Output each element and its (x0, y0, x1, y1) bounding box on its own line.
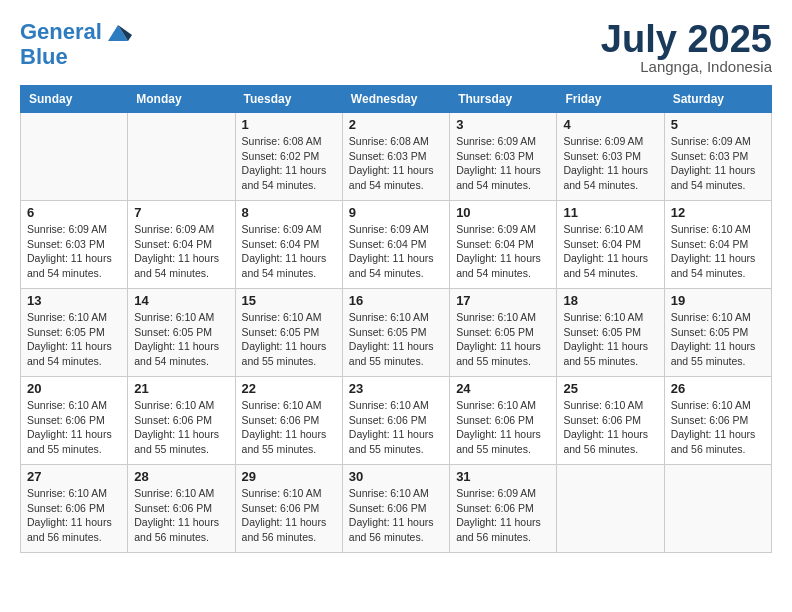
day-number: 16 (349, 293, 443, 308)
header-sunday: Sunday (21, 86, 128, 113)
header-thursday: Thursday (450, 86, 557, 113)
calendar-week-1: 1Sunrise: 6:08 AMSunset: 6:02 PMDaylight… (21, 113, 772, 201)
calendar-cell: 26Sunrise: 6:10 AMSunset: 6:06 PMDayligh… (664, 377, 771, 465)
day-number: 27 (27, 469, 121, 484)
day-detail: Sunrise: 6:10 AMSunset: 6:05 PMDaylight:… (27, 310, 121, 369)
day-detail: Sunrise: 6:10 AMSunset: 6:04 PMDaylight:… (671, 222, 765, 281)
calendar-week-4: 20Sunrise: 6:10 AMSunset: 6:06 PMDayligh… (21, 377, 772, 465)
calendar-cell: 11Sunrise: 6:10 AMSunset: 6:04 PMDayligh… (557, 201, 664, 289)
page-header: GeneralBlue July 2025 Langnga, Indonesia (20, 20, 772, 75)
day-detail: Sunrise: 6:10 AMSunset: 6:05 PMDaylight:… (671, 310, 765, 369)
calendar-cell: 4Sunrise: 6:09 AMSunset: 6:03 PMDaylight… (557, 113, 664, 201)
day-detail: Sunrise: 6:09 AMSunset: 6:03 PMDaylight:… (27, 222, 121, 281)
day-number: 29 (242, 469, 336, 484)
calendar-cell: 14Sunrise: 6:10 AMSunset: 6:05 PMDayligh… (128, 289, 235, 377)
calendar-cell: 25Sunrise: 6:10 AMSunset: 6:06 PMDayligh… (557, 377, 664, 465)
calendar-cell: 24Sunrise: 6:10 AMSunset: 6:06 PMDayligh… (450, 377, 557, 465)
logo: GeneralBlue (20, 20, 132, 69)
calendar-cell: 23Sunrise: 6:10 AMSunset: 6:06 PMDayligh… (342, 377, 449, 465)
calendar-cell: 8Sunrise: 6:09 AMSunset: 6:04 PMDaylight… (235, 201, 342, 289)
day-detail: Sunrise: 6:08 AMSunset: 6:03 PMDaylight:… (349, 134, 443, 193)
calendar-cell: 13Sunrise: 6:10 AMSunset: 6:05 PMDayligh… (21, 289, 128, 377)
day-detail: Sunrise: 6:09 AMSunset: 6:04 PMDaylight:… (349, 222, 443, 281)
day-number: 25 (563, 381, 657, 396)
header-wednesday: Wednesday (342, 86, 449, 113)
calendar-body: 1Sunrise: 6:08 AMSunset: 6:02 PMDaylight… (21, 113, 772, 553)
header-tuesday: Tuesday (235, 86, 342, 113)
calendar-cell: 5Sunrise: 6:09 AMSunset: 6:03 PMDaylight… (664, 113, 771, 201)
calendar-cell: 6Sunrise: 6:09 AMSunset: 6:03 PMDaylight… (21, 201, 128, 289)
day-number: 24 (456, 381, 550, 396)
day-detail: Sunrise: 6:10 AMSunset: 6:06 PMDaylight:… (27, 486, 121, 545)
header-friday: Friday (557, 86, 664, 113)
calendar-cell: 3Sunrise: 6:09 AMSunset: 6:03 PMDaylight… (450, 113, 557, 201)
calendar-week-2: 6Sunrise: 6:09 AMSunset: 6:03 PMDaylight… (21, 201, 772, 289)
day-number: 22 (242, 381, 336, 396)
calendar-cell: 12Sunrise: 6:10 AMSunset: 6:04 PMDayligh… (664, 201, 771, 289)
day-number: 7 (134, 205, 228, 220)
day-detail: Sunrise: 6:10 AMSunset: 6:06 PMDaylight:… (242, 486, 336, 545)
calendar-cell: 2Sunrise: 6:08 AMSunset: 6:03 PMDaylight… (342, 113, 449, 201)
day-detail: Sunrise: 6:10 AMSunset: 6:06 PMDaylight:… (456, 398, 550, 457)
calendar-cell: 7Sunrise: 6:09 AMSunset: 6:04 PMDaylight… (128, 201, 235, 289)
calendar-cell: 30Sunrise: 6:10 AMSunset: 6:06 PMDayligh… (342, 465, 449, 553)
calendar-cell (21, 113, 128, 201)
calendar-cell: 20Sunrise: 6:10 AMSunset: 6:06 PMDayligh… (21, 377, 128, 465)
calendar-cell: 28Sunrise: 6:10 AMSunset: 6:06 PMDayligh… (128, 465, 235, 553)
calendar-header: Sunday Monday Tuesday Wednesday Thursday… (21, 86, 772, 113)
day-number: 31 (456, 469, 550, 484)
day-detail: Sunrise: 6:10 AMSunset: 6:06 PMDaylight:… (134, 486, 228, 545)
calendar-cell: 21Sunrise: 6:10 AMSunset: 6:06 PMDayligh… (128, 377, 235, 465)
day-detail: Sunrise: 6:08 AMSunset: 6:02 PMDaylight:… (242, 134, 336, 193)
calendar-cell: 1Sunrise: 6:08 AMSunset: 6:02 PMDaylight… (235, 113, 342, 201)
calendar-cell: 22Sunrise: 6:10 AMSunset: 6:06 PMDayligh… (235, 377, 342, 465)
day-detail: Sunrise: 6:10 AMSunset: 6:06 PMDaylight:… (134, 398, 228, 457)
day-detail: Sunrise: 6:10 AMSunset: 6:05 PMDaylight:… (349, 310, 443, 369)
day-number: 5 (671, 117, 765, 132)
day-detail: Sunrise: 6:10 AMSunset: 6:06 PMDaylight:… (563, 398, 657, 457)
day-number: 18 (563, 293, 657, 308)
calendar-cell (128, 113, 235, 201)
day-number: 1 (242, 117, 336, 132)
day-detail: Sunrise: 6:09 AMSunset: 6:03 PMDaylight:… (671, 134, 765, 193)
calendar-cell (557, 465, 664, 553)
day-detail: Sunrise: 6:09 AMSunset: 6:04 PMDaylight:… (456, 222, 550, 281)
calendar-cell: 9Sunrise: 6:09 AMSunset: 6:04 PMDaylight… (342, 201, 449, 289)
day-detail: Sunrise: 6:09 AMSunset: 6:03 PMDaylight:… (456, 134, 550, 193)
header-saturday: Saturday (664, 86, 771, 113)
day-number: 2 (349, 117, 443, 132)
day-number: 14 (134, 293, 228, 308)
day-detail: Sunrise: 6:09 AMSunset: 6:03 PMDaylight:… (563, 134, 657, 193)
calendar-cell: 31Sunrise: 6:09 AMSunset: 6:06 PMDayligh… (450, 465, 557, 553)
day-detail: Sunrise: 6:10 AMSunset: 6:04 PMDaylight:… (563, 222, 657, 281)
calendar-cell: 15Sunrise: 6:10 AMSunset: 6:05 PMDayligh… (235, 289, 342, 377)
calendar-cell: 10Sunrise: 6:09 AMSunset: 6:04 PMDayligh… (450, 201, 557, 289)
day-detail: Sunrise: 6:09 AMSunset: 6:06 PMDaylight:… (456, 486, 550, 545)
day-detail: Sunrise: 6:10 AMSunset: 6:06 PMDaylight:… (242, 398, 336, 457)
day-number: 17 (456, 293, 550, 308)
logo-text: GeneralBlue (20, 20, 132, 69)
day-detail: Sunrise: 6:10 AMSunset: 6:05 PMDaylight:… (242, 310, 336, 369)
day-detail: Sunrise: 6:10 AMSunset: 6:05 PMDaylight:… (134, 310, 228, 369)
calendar-cell: 19Sunrise: 6:10 AMSunset: 6:05 PMDayligh… (664, 289, 771, 377)
day-detail: Sunrise: 6:10 AMSunset: 6:06 PMDaylight:… (27, 398, 121, 457)
location-subtitle: Langnga, Indonesia (601, 58, 772, 75)
day-number: 26 (671, 381, 765, 396)
calendar-cell (664, 465, 771, 553)
calendar-cell: 29Sunrise: 6:10 AMSunset: 6:06 PMDayligh… (235, 465, 342, 553)
day-number: 15 (242, 293, 336, 308)
day-number: 23 (349, 381, 443, 396)
day-number: 13 (27, 293, 121, 308)
header-row: Sunday Monday Tuesday Wednesday Thursday… (21, 86, 772, 113)
day-detail: Sunrise: 6:10 AMSunset: 6:05 PMDaylight:… (456, 310, 550, 369)
day-number: 11 (563, 205, 657, 220)
day-number: 28 (134, 469, 228, 484)
title-block: July 2025 Langnga, Indonesia (601, 20, 772, 75)
day-number: 12 (671, 205, 765, 220)
day-detail: Sunrise: 6:09 AMSunset: 6:04 PMDaylight:… (134, 222, 228, 281)
header-monday: Monday (128, 86, 235, 113)
day-detail: Sunrise: 6:09 AMSunset: 6:04 PMDaylight:… (242, 222, 336, 281)
calendar-week-5: 27Sunrise: 6:10 AMSunset: 6:06 PMDayligh… (21, 465, 772, 553)
day-detail: Sunrise: 6:10 AMSunset: 6:05 PMDaylight:… (563, 310, 657, 369)
calendar-cell: 17Sunrise: 6:10 AMSunset: 6:05 PMDayligh… (450, 289, 557, 377)
